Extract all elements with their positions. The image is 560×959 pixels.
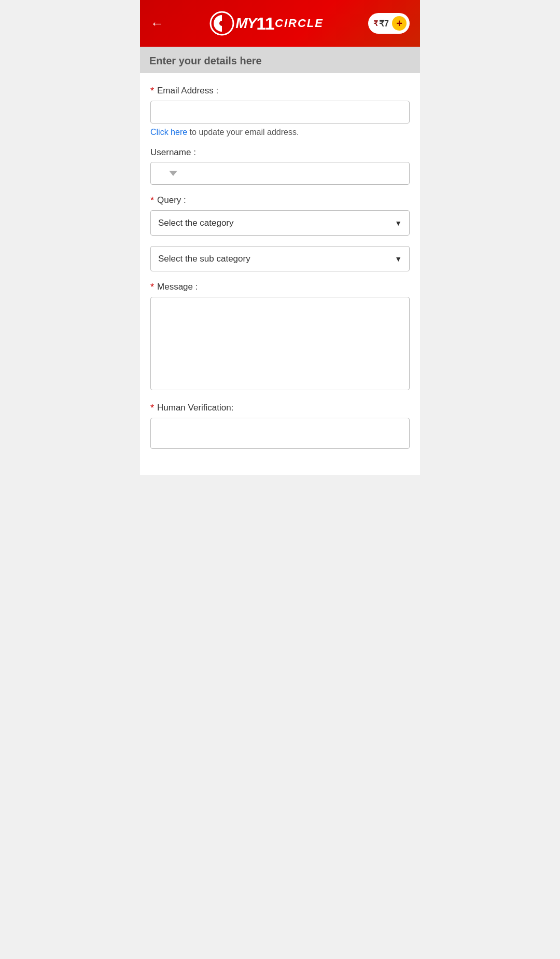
- message-group: * Message :: [150, 282, 410, 392]
- wallet-value: ₹7: [379, 19, 389, 29]
- email-input[interactable]: [150, 101, 410, 124]
- human-verification-label: * Human Verification:: [150, 403, 410, 414]
- app-logo: MY 11 CIRCLE: [208, 10, 324, 37]
- subcategory-select[interactable]: Select the sub category: [151, 246, 409, 271]
- subcategory-select-wrapper: Select the sub category ▼: [150, 246, 410, 271]
- username-wrapper: [150, 162, 410, 185]
- logo-text: MY 11 CIRCLE: [235, 13, 324, 34]
- form-section-title: Enter your details here: [149, 55, 262, 66]
- email-hint: Click here to update your email address.: [150, 128, 410, 137]
- username-group: Username :: [150, 147, 410, 185]
- category-select[interactable]: Select the category: [151, 211, 409, 235]
- subcategory-group: Select the sub category ▼: [150, 246, 410, 271]
- wallet-button[interactable]: ₹ ₹7 +: [368, 13, 410, 34]
- form-section-header: Enter your details here: [140, 47, 420, 73]
- message-textarea[interactable]: [150, 297, 410, 390]
- query-required-star: *: [150, 195, 154, 206]
- app-header: ← MY 11 CIRCLE ₹ ₹7 +: [140, 0, 420, 47]
- human-verification-required-star: *: [150, 403, 154, 414]
- email-update-link[interactable]: Click here: [150, 128, 187, 136]
- query-group: * Query : Select the category ▼: [150, 195, 410, 236]
- email-group: * Email Address : Click here to update y…: [150, 86, 410, 137]
- wallet-amount: ₹ ₹7: [373, 19, 389, 29]
- add-funds-button[interactable]: +: [392, 16, 407, 31]
- email-required-star: *: [150, 86, 154, 97]
- message-required-star: *: [150, 282, 154, 293]
- logo-icon: [208, 10, 235, 37]
- category-select-wrapper: Select the category ▼: [150, 210, 410, 236]
- back-button[interactable]: ←: [150, 16, 164, 32]
- email-label: * Email Address :: [150, 86, 410, 97]
- human-verification-input[interactable]: [150, 418, 410, 449]
- form-container: * Email Address : Click here to update y…: [140, 73, 420, 475]
- human-verification-group: * Human Verification:: [150, 403, 410, 449]
- svg-point-1: [219, 21, 225, 26]
- username-input[interactable]: [150, 162, 410, 185]
- username-label: Username :: [150, 147, 410, 158]
- rupee-symbol: ₹: [373, 19, 378, 28]
- query-label: * Query :: [150, 195, 410, 206]
- message-label: * Message :: [150, 282, 410, 293]
